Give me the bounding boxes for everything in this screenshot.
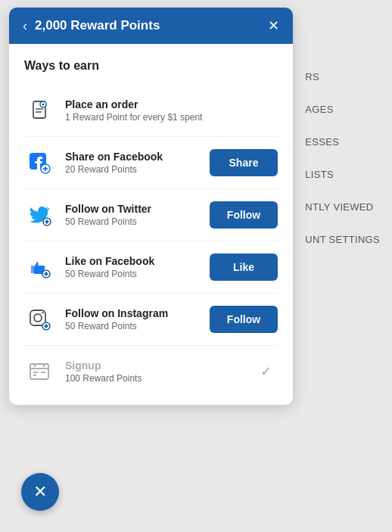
- modal-body: Ways to earn Place an order 1 Reward Poi…: [9, 44, 293, 405]
- signup-action: ✓: [254, 363, 278, 380]
- share-facebook-text: Share on Facebook 20 Reward Points: [65, 151, 199, 175]
- bg-sidebar-item: RS: [293, 61, 392, 93]
- like-facebook-text: Like on Facebook 50 Reward Points: [65, 255, 199, 279]
- share-facebook-points: 20 Reward Points: [65, 164, 199, 175]
- follow-instagram-text: Follow on Instagram 50 Reward Points: [65, 307, 199, 331]
- earn-item-share-facebook: Share on Facebook 20 Reward Points Share: [24, 137, 278, 189]
- signup-title: Signup: [65, 359, 244, 372]
- svg-point-2: [42, 104, 45, 106]
- svg-point-17: [42, 312, 43, 313]
- follow-instagram-button[interactable]: Follow: [210, 306, 278, 333]
- place-order-icon: [24, 95, 54, 126]
- signup-check-icon: ✓: [254, 364, 278, 379]
- follow-instagram-title: Follow on Instagram: [65, 307, 199, 319]
- earn-item-follow-twitter: Follow on Twitter 50 Reward Points Follo…: [24, 189, 278, 241]
- svg-rect-21: [30, 364, 48, 379]
- back-button[interactable]: ‹: [23, 19, 27, 33]
- place-order-text: Place an order 1 Reward Point for every …: [65, 98, 278, 123]
- reward-points-modal: ‹ 2,000 Reward Points ✕ Ways to earn Pla…: [9, 8, 293, 405]
- earn-item-signup: Signup 100 Reward Points ✓: [24, 346, 278, 397]
- earn-item-follow-instagram: Follow on Instagram 50 Reward Points Fol…: [24, 294, 278, 346]
- svg-point-16: [34, 314, 42, 322]
- follow-twitter-button[interactable]: Follow: [210, 201, 278, 229]
- place-order-points: 1 Reward Point for every $1 spent: [65, 112, 278, 123]
- instagram-follow-icon: [24, 304, 54, 334]
- like-facebook-button[interactable]: Like: [210, 254, 278, 281]
- facebook-like-icon: [24, 252, 54, 282]
- bg-sidebar-item: ESSES: [293, 126, 392, 158]
- facebook-share-icon: [24, 148, 54, 178]
- bg-sidebar-item: LISTS: [293, 158, 392, 191]
- bg-sidebar-item: AGES: [293, 93, 392, 126]
- share-facebook-button[interactable]: Share: [210, 149, 278, 176]
- section-title: Ways to earn: [24, 59, 278, 73]
- follow-instagram-points: 50 Reward Points: [65, 321, 199, 331]
- fab-close-button[interactable]: ✕: [21, 473, 59, 511]
- modal-title: 2,000 Reward Points: [35, 18, 160, 33]
- signup-points: 100 Reward Points: [65, 373, 244, 384]
- bg-sidebar-item: UNT SETTINGS: [293, 223, 392, 256]
- header-left: ‹ 2,000 Reward Points: [23, 18, 160, 33]
- signup-text: Signup 100 Reward Points: [65, 359, 244, 384]
- follow-twitter-title: Follow on Twitter: [65, 203, 199, 215]
- signup-icon: [24, 356, 54, 387]
- modal-header: ‹ 2,000 Reward Points ✕: [9, 8, 293, 44]
- follow-instagram-action: Follow: [210, 306, 278, 333]
- background-sidebar: RS AGES ESSES LISTS NTLY VIEWED UNT SETT…: [293, 61, 392, 256]
- like-facebook-action: Like: [210, 254, 278, 281]
- follow-twitter-text: Follow on Twitter 50 Reward Points: [65, 203, 199, 227]
- share-facebook-action: Share: [210, 149, 278, 176]
- share-facebook-title: Share on Facebook: [65, 151, 199, 163]
- twitter-follow-icon: [24, 200, 54, 230]
- place-order-title: Place an order: [65, 98, 278, 110]
- like-facebook-title: Like on Facebook: [65, 255, 199, 267]
- earn-item-place-order: Place an order 1 Reward Point for every …: [24, 85, 278, 137]
- modal-close-button[interactable]: ✕: [268, 19, 279, 33]
- follow-twitter-action: Follow: [210, 201, 278, 229]
- follow-twitter-points: 50 Reward Points: [65, 216, 199, 227]
- earn-item-like-facebook: Like on Facebook 50 Reward Points Like: [24, 241, 278, 294]
- bg-sidebar-item: NTLY VIEWED: [293, 191, 392, 223]
- like-facebook-points: 50 Reward Points: [65, 269, 199, 279]
